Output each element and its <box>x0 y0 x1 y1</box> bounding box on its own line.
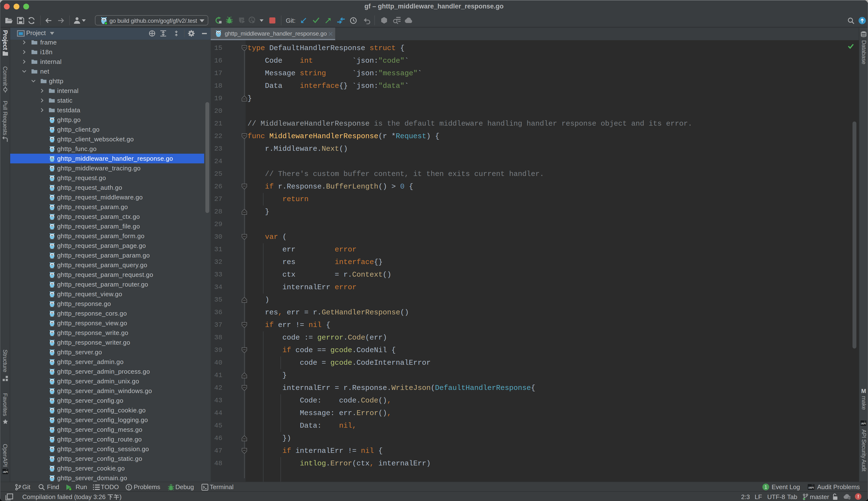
svg-text:/API: /API <box>808 486 814 489</box>
svg-text:/API: /API <box>861 422 866 425</box>
svg-text:/API: /API <box>3 471 8 473</box>
